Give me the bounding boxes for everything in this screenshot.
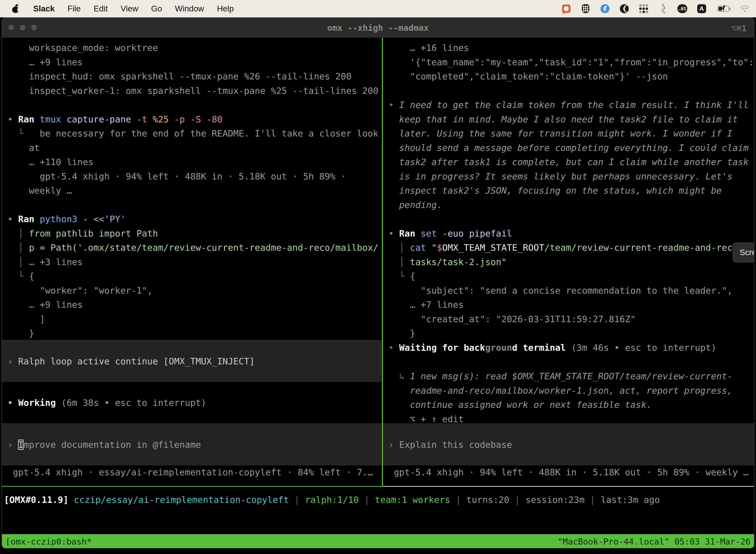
terminal-line: • Ran set -euo pipefail	[388, 226, 755, 241]
window-shortcut: ⌥⌘1	[732, 23, 747, 33]
terminal-line: │ cat "$OMX_TEAM_STATE_ROOT/team/review-…	[388, 240, 755, 255]
terminal-line: weekly …	[7, 183, 382, 198]
input-source-icon[interactable]: A	[697, 4, 706, 13]
menu-edit[interactable]: Edit	[93, 4, 108, 13]
right-model-status: gpt-5.4 xhigh · 94% left · 488K in · 5.1…	[383, 465, 754, 480]
grid-icon[interactable]	[639, 4, 648, 13]
menu-file[interactable]: File	[67, 4, 81, 13]
terminal-line	[388, 84, 755, 98]
terminal-line: └ {	[388, 269, 755, 283]
terminal-line: task2 after task1 is complete, but can I…	[388, 155, 755, 169]
apple-icon	[12, 4, 19, 13]
terminal-line: inspect_worker-1: omx sparkshell --tmux-…	[7, 84, 382, 98]
menu-help[interactable]: Help	[217, 4, 234, 13]
terminal-line: └ be necessary for the end of the README…	[7, 126, 382, 141]
terminal-line: │ p = Path('.omx/state/team/review-curre…	[7, 240, 382, 255]
zoom-button[interactable]	[31, 25, 37, 30]
terminal-line: inspect task2's JSON, focusing on the st…	[388, 183, 755, 198]
omx-hud-line: [OMX#0.11.9] cczip/essay/ai-reimplementa…	[2, 493, 754, 507]
waiting-status-block: • Waiting for background terminal (3m 46…	[383, 340, 755, 426]
right-terminal-pane[interactable]: … +16 lines '{"team_name":"my-team","tas…	[383, 38, 755, 340]
terminal-line: [OMX#0.11.9] cczip/essay/ai-reimplementa…	[4, 493, 754, 507]
badge-icon[interactable]: ..61	[678, 4, 687, 13]
terminal-line: • I need to get the claim token from the…	[388, 98, 755, 112]
terminal-line: … +110 lines	[7, 155, 382, 169]
terminal-line	[388, 355, 755, 369]
chat-icon[interactable]	[562, 4, 571, 13]
terminal-line: … +9 lines	[7, 297, 382, 312]
left-prompt-input[interactable]: › Improve documentation in @filename	[2, 423, 382, 465]
terminal-line: │ … +3 lines	[7, 255, 382, 269]
terminal-line: later. Using the same for transition mig…	[388, 126, 755, 141]
pane-divider[interactable]	[382, 38, 383, 487]
close-button[interactable]	[8, 25, 14, 30]
terminal-line: "worker": "worker-1",	[7, 283, 382, 298]
crescent-icon[interactable]	[620, 4, 629, 13]
terminal-line: readme-and-reco/mailbox/worker-1.json, a…	[388, 384, 755, 398]
right-pane-bottom-border	[383, 486, 754, 487]
terminal-line: • Waiting for background terminal (3m 46…	[388, 340, 755, 355]
tmux-session-name: [omx-cczip0:bash*	[5, 534, 92, 549]
terminal-line: workspace_mode: worktree	[7, 41, 382, 55]
terminal-line: should send a message before completing …	[388, 141, 755, 155]
terminal-line: continue assigned work or next feasible …	[388, 398, 755, 412]
terminal-line: }	[7, 326, 382, 340]
menu-window[interactable]: Window	[175, 4, 204, 13]
terminal-line: is in progress? It seems likely but perh…	[388, 169, 755, 184]
terminal-line	[7, 198, 382, 212]
tmux-status-bar: [omx-cczip0:bash* "MacBook-Pro-44.local"…	[2, 534, 754, 549]
terminal-line: … +16 lines	[388, 41, 755, 55]
terminal-line: │ from pathlib import Path	[7, 226, 382, 241]
screen-share-button[interactable]: Scre	[733, 242, 755, 262]
left-model-status: gpt-5.4 xhigh · essay/ai-reimplementatio…	[2, 465, 382, 480]
terminal-line: › Explain this codebase	[388, 438, 754, 452]
terminal-line: › Ralph loop active continue [OMX_TMUX_I…	[7, 354, 382, 369]
left-pane-bottom-border	[2, 486, 382, 487]
terminal-line	[388, 212, 755, 226]
terminal-line: gpt-5.4 xhigh · 94% left · 488K in · 5.1…	[7, 169, 382, 184]
apple-menu[interactable]	[11, 4, 20, 13]
terminal-line: └ {	[7, 269, 382, 283]
menu-go[interactable]: Go	[151, 4, 162, 13]
terminal-line: keep that in mind. Maybe I also need the…	[388, 112, 755, 126]
terminal-line: ↳ 1 new msg(s): read $OMX_TEAM_STATE_ROO…	[388, 369, 755, 384]
menu-app-name[interactable]: Slack	[33, 4, 55, 13]
terminal-window: omx --xhigh --madmax ⌥⌘1 workspace_mode:…	[1, 17, 755, 549]
terminal-line: at	[7, 141, 382, 155]
badge-count: ..61	[677, 4, 687, 13]
battery-icon[interactable]	[716, 4, 730, 13]
terminal-line: "created_at": "2026-03-31T11:59:27.816Z"	[388, 312, 755, 326]
ralph-loop-banner: › Ralph loop active continue [OMX_TMUX_I…	[2, 340, 382, 382]
left-terminal-pane[interactable]: workspace_mode: worktree … +9 lines insp…	[2, 38, 382, 340]
right-prompt-input[interactable]: › Explain this codebase	[383, 423, 754, 465]
working-status: • Working (6m 38s • esc to interrupt)	[2, 396, 206, 410]
menu-bar: Slack File Edit View Go Window Help ..61…	[0, 0, 756, 17]
screen: Slack File Edit View Go Window Help ..61…	[0, 0, 756, 554]
title-bar[interactable]: omx --xhigh --madmax ⌥⌘1	[2, 18, 754, 38]
terminal-line: … +9 lines	[7, 55, 382, 69]
terminal-line: › Improve documentation in @filename	[7, 438, 382, 452]
menu-view[interactable]: View	[121, 4, 138, 13]
terminal-line: inspect_hud: omx sparkshell --tmux-pane …	[7, 69, 382, 84]
terminal-line: • Ran python3 - <<'PY'	[7, 212, 382, 226]
squiggle-icon[interactable]	[658, 4, 668, 13]
terminal-line: │ tasks/task-2.json"	[388, 255, 755, 269]
terminal-line: }	[388, 326, 755, 340]
terminal-line: "completed","claim_token":"claim-token"}…	[388, 69, 755, 84]
terminal-line: • Ran tmux capture-pane -t %25 -p -S -80	[7, 112, 382, 126]
minimize-button[interactable]	[20, 25, 25, 30]
wifi-icon[interactable]	[740, 4, 750, 13]
terminal-line: "subject": "send a concise recommendatio…	[388, 283, 755, 298]
terminal-line: pending.	[388, 198, 755, 212]
terminal-line: ]	[7, 312, 382, 326]
terminal-line	[7, 98, 382, 112]
tmux-host-clock: "MacBook-Pro-44.local" 05:03 31-Mar-26	[558, 534, 751, 549]
sync-icon[interactable]	[600, 4, 610, 13]
window-title: omx --xhigh --madmax	[2, 23, 754, 33]
terminal-line: … +7 lines	[388, 297, 755, 312]
shield-icon[interactable]	[581, 4, 590, 13]
terminal-line: • Working (6m 38s • esc to interrupt)	[7, 396, 206, 410]
terminal-line: '{"team_name":"my-team","task_id":"1","f…	[388, 55, 755, 69]
